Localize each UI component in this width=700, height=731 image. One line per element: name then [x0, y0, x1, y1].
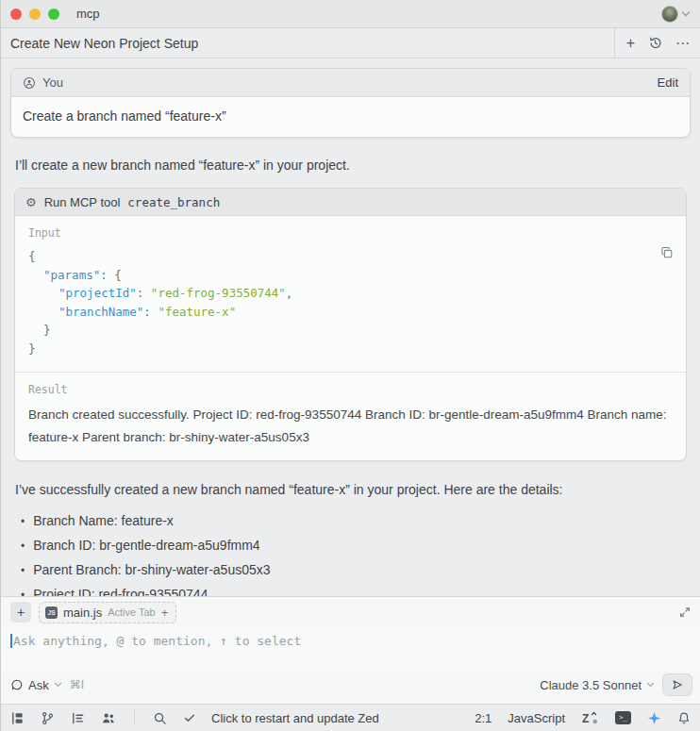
new-thread-button[interactable]: +: [626, 36, 635, 51]
user-avatar[interactable]: [661, 6, 678, 23]
chevron-down-icon: [681, 10, 691, 17]
history-icon[interactable]: [648, 36, 662, 50]
mcp-tool-card: ⚙ Run MCP tool create_branch Input { "pa…: [14, 188, 687, 461]
tool-input-section: Input { "params": { "projectId": "red-fr…: [15, 216, 686, 372]
collab-panel-icon[interactable]: [101, 711, 116, 725]
assistant-summary-text: I’ve successfully created a new branch n…: [15, 482, 686, 497]
assistant-sparkle-icon[interactable]: [647, 711, 661, 725]
expand-editor-icon[interactable]: [679, 606, 691, 618]
edit-prediction-icon[interactable]: Z: [581, 710, 599, 725]
branch-details-list: Branch Name: feature-x Branch ID: br-gen…: [21, 509, 686, 596]
message-composer: + JS main.js Active Tab + Ask anything, …: [1, 596, 700, 704]
user-message-text: Create a branch named “feature-x”: [11, 97, 690, 137]
traffic-lights: [10, 8, 59, 20]
tool-card-header[interactable]: ⚙ Run MCP tool create_branch: [15, 189, 686, 216]
git-branch-icon[interactable]: [41, 711, 55, 725]
edit-message-button[interactable]: Edit: [658, 75, 678, 90]
search-icon[interactable]: [153, 711, 167, 725]
result-label: Result: [28, 383, 673, 396]
chevron-down-icon: [646, 682, 655, 688]
account-menu[interactable]: [661, 6, 691, 23]
status-bar: Click to restart and update Zed 2:1 Java…: [1, 704, 700, 731]
status-bar-right: 2:1 JavaScript Z >_: [475, 710, 691, 725]
input-label: Input: [28, 226, 673, 240]
message-author: You: [42, 75, 63, 90]
minimize-window-button[interactable]: [29, 8, 41, 20]
svg-text:Z: Z: [582, 712, 589, 725]
zed-window: mcp Create New Neon Project Setup + ⋯: [0, 0, 700, 731]
thread-title: Create New Neon Project Setup: [10, 36, 198, 51]
zoom-window-button[interactable]: [48, 8, 59, 20]
user-message-header: You Edit: [11, 69, 690, 97]
context-strip: + JS main.js Active Tab +: [1, 597, 700, 627]
assistant-intro-text: I’ll create a new branch named “feature-…: [15, 158, 686, 173]
context-file-name: main.js: [63, 606, 102, 620]
tool-input-json: { "params": { "projectId": "red-frog-935…: [28, 247, 673, 357]
update-zed-button[interactable]: Click to restart and update Zed: [211, 711, 379, 725]
cursor-position[interactable]: 2:1: [475, 711, 492, 725]
prompt-placeholder: Ask anything, @ to mention, ↑ to select: [13, 634, 301, 648]
model-selector[interactable]: Claude 3.5 Sonnet: [540, 678, 655, 692]
javascript-file-icon: JS: [45, 606, 58, 619]
chevron-down-icon: [54, 682, 62, 688]
tool-result-section: Result Branch created successfully. Proj…: [15, 372, 686, 460]
list-item: Project ID: red-frog-93550744: [21, 583, 686, 596]
add-context-button[interactable]: +: [10, 602, 31, 623]
chat-bubble-icon: [10, 678, 24, 691]
gear-icon: ⚙: [25, 196, 37, 208]
title-bar: mcp: [1, 0, 700, 28]
send-button[interactable]: [662, 673, 692, 696]
close-window-button[interactable]: [10, 8, 22, 20]
project-panel-icon[interactable]: [10, 711, 25, 725]
divider: [134, 710, 135, 725]
pin-context-button[interactable]: +: [161, 606, 169, 620]
notifications-bell-icon[interactable]: [677, 711, 691, 725]
prompt-input[interactable]: Ask anything, @ to mention, ↑ to select: [1, 627, 700, 670]
language-selector[interactable]: JavaScript: [508, 711, 565, 725]
thread-header: Create New Neon Project Setup + ⋯: [1, 28, 700, 58]
user-message-card: You Edit Create a branch named “feature-…: [10, 68, 691, 138]
tool-name: create_branch: [127, 195, 220, 209]
tool-card-title: Run MCP tool: [44, 195, 121, 209]
mode-shortcut: ⌘I: [70, 678, 84, 691]
list-item: Branch ID: br-gentle-dream-a5u9fmm4: [21, 534, 686, 558]
model-label: Claude 3.5 Sonnet: [540, 678, 642, 692]
mode-selector[interactable]: Ask: [10, 678, 62, 692]
mode-label: Ask: [28, 678, 49, 692]
list-item: Branch Name: feature-x: [21, 509, 686, 534]
composer-toolbar: Ask ⌘I Claude 3.5 Sonnet: [1, 670, 700, 704]
send-icon: [671, 678, 684, 691]
diagnostics-check-icon[interactable]: [183, 711, 196, 724]
context-chip-main-js[interactable]: JS main.js Active Tab +: [39, 602, 176, 623]
copy-icon[interactable]: [660, 246, 674, 259]
person-circle-icon: [23, 76, 36, 90]
outline-panel-icon[interactable]: [71, 711, 85, 725]
window-title: mcp: [76, 7, 100, 21]
list-item: Parent Branch: br-shiny-water-a5us05x3: [21, 558, 686, 583]
terminal-icon[interactable]: >_: [615, 711, 631, 724]
active-tab-badge: Active Tab: [108, 606, 156, 618]
tool-result-text: Branch created successfully. Project ID:…: [28, 404, 673, 449]
thread-header-actions: + ⋯: [614, 28, 700, 58]
text-cursor: [10, 634, 12, 648]
overflow-menu-button[interactable]: ⋯: [675, 36, 691, 50]
message-thread: You Edit Create a branch named “feature-…: [1, 58, 700, 596]
status-bar-left: [10, 710, 196, 725]
